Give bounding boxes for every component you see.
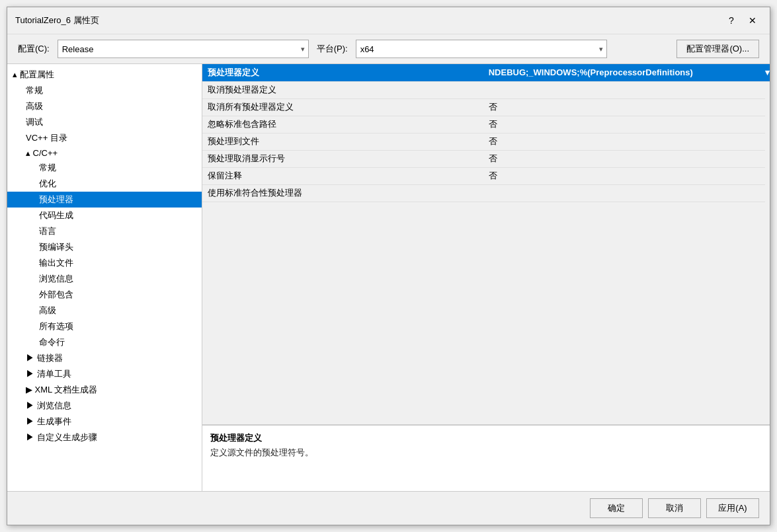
properties-table: 预处理器定义NDEBUG;_WINDOWS;%(PreprocessorDefi…	[202, 64, 770, 202]
table-row[interactable]: 预处理器定义NDEBUG;_WINDOWS;%(PreprocessorDefi…	[202, 64, 770, 81]
tree-container: ▴ 配置属性常规高级调试VC++ 目录▴ C/C++常规优化预处理器代码生成语言…	[7, 67, 202, 445]
tree-item-c-cpp-changgui[interactable]: 常规	[7, 160, 202, 176]
tree-item-c-cpp-yuyan[interactable]: 语言	[7, 223, 202, 239]
dropdown-arrow[interactable]: ▾	[765, 64, 770, 81]
config-label: 配置(C):	[18, 43, 50, 55]
tree-item-c-cpp-mingling[interactable]: 命令行	[7, 334, 202, 350]
tree-item-vc-mulu[interactable]: VC++ 目录	[7, 130, 202, 146]
tree-item-c-cpp-suoyou[interactable]: 所有选项	[7, 319, 202, 334]
ok-button[interactable]: 确定	[590, 498, 643, 518]
tree-item-c-cpp-yuchuliq[interactable]: 预处理器	[7, 192, 202, 208]
tree-item-c-cpp-liulan[interactable]: 浏览信息	[7, 271, 202, 287]
config-manager-button[interactable]: 配置管理器(O)...	[676, 40, 759, 58]
tree-item-c-cpp-gaoji[interactable]: 高级	[7, 303, 202, 319]
prop-name: 预处理取消显示行号	[202, 150, 483, 167]
table-row[interactable]: 预处理到文件否	[202, 133, 770, 150]
toolbar: 配置(C): Release 平台(P): x64 配置管理器(O)...	[7, 34, 770, 63]
prop-name: 预处理到文件	[202, 133, 483, 150]
prop-name: 忽略标准包含路径	[202, 116, 483, 133]
prop-name: 预处理器定义	[202, 64, 483, 81]
table-row[interactable]: 取消所有预处理器定义否	[202, 98, 770, 116]
prop-value: 否	[483, 98, 765, 116]
apply-button[interactable]: 应用(A)	[706, 498, 759, 518]
table-row[interactable]: 使用标准符合性预处理器	[202, 184, 770, 202]
table-row[interactable]: 忽略标准包含路径否	[202, 116, 770, 133]
prop-value: NDEBUG;_WINDOWS;%(PreprocessorDefinition…	[483, 64, 765, 81]
tree-item-c-cpp[interactable]: ▴ C/C++	[7, 146, 202, 160]
desc-title: 预处理器定义	[210, 432, 762, 444]
props-table: 预处理器定义NDEBUG;_WINDOWS;%(PreprocessorDefi…	[202, 64, 770, 425]
tree-item-gao-ji[interactable]: 高级	[7, 98, 202, 114]
prop-value: 否	[483, 116, 765, 133]
prop-name: 保留注释	[202, 167, 483, 184]
prop-name: 取消所有预处理器定义	[202, 98, 483, 116]
table-row[interactable]: 预处理取消显示行号否	[202, 150, 770, 167]
tree-item-c-cpp-yubianyi[interactable]: 预编译头	[7, 239, 202, 255]
title-bar-buttons: ? ✕	[722, 13, 762, 28]
tree-item-shengcheng-shijian[interactable]: ▶ 生成事件	[7, 414, 202, 430]
properties-dialog: TutorialZero_6 属性页 ? ✕ 配置(C): Release 平台…	[7, 7, 770, 525]
footer: 确定 取消 应用(A)	[7, 491, 770, 525]
main-content: ▴ 配置属性常规高级调试VC++ 目录▴ C/C++常规优化预处理器代码生成语言…	[7, 63, 770, 491]
prop-value: 否	[483, 133, 765, 150]
tree-item-pei-zhi-shu-xing[interactable]: ▴ 配置属性	[7, 67, 202, 83]
props-tbody: 预处理器定义NDEBUG;_WINDOWS;%(PreprocessorDefi…	[202, 64, 770, 202]
tree-item-lianjieqi[interactable]: ▶ 链接器	[7, 350, 202, 366]
prop-value	[483, 81, 765, 98]
cancel-button[interactable]: 取消	[648, 498, 701, 518]
config-select-wrapper: Release	[58, 40, 309, 58]
desc-text: 定义源文件的预处理符号。	[210, 447, 762, 459]
dialog-title: TutorialZero_6 属性页	[15, 15, 99, 26]
tree-item-diao-shi[interactable]: 调试	[7, 114, 202, 130]
tree-item-qingdan[interactable]: ▶ 清单工具	[7, 366, 202, 382]
platform-select-wrapper: x64	[356, 40, 607, 58]
tree-item-c-cpp-waibu[interactable]: 外部包含	[7, 287, 202, 303]
title-bar: TutorialZero_6 属性页 ? ✕	[7, 7, 770, 34]
tree-item-c-cpp-shuchuwenjian[interactable]: 输出文件	[7, 255, 202, 271]
description-panel: 预处理器定义 定义源文件的预处理符号。	[202, 425, 770, 491]
prop-name: 取消预处理器定义	[202, 81, 483, 98]
prop-value: 否	[483, 150, 765, 167]
tree-panel: ▴ 配置属性常规高级调试VC++ 目录▴ C/C++常规优化预处理器代码生成语言…	[7, 64, 202, 491]
prop-value: 否	[483, 167, 765, 184]
help-button[interactable]: ?	[722, 13, 741, 28]
properties-panel: 预处理器定义NDEBUG;_WINDOWS;%(PreprocessorDefi…	[202, 64, 770, 491]
table-row[interactable]: 取消预处理器定义	[202, 81, 770, 98]
tree-item-ziding-yi[interactable]: ▶ 自定义生成步骤	[7, 430, 202, 445]
tree-item-liulan-xinxi[interactable]: ▶ 浏览信息	[7, 398, 202, 414]
tree-item-xml-wenjian[interactable]: ▶ XML 文档生成器	[7, 382, 202, 398]
prop-value	[483, 184, 765, 202]
tree-item-chang-gui[interactable]: 常规	[7, 83, 202, 98]
tree-item-c-cpp-youhua[interactable]: 优化	[7, 176, 202, 192]
platform-select[interactable]: x64	[356, 40, 607, 58]
platform-label: 平台(P):	[317, 43, 348, 55]
close-button[interactable]: ✕	[743, 13, 762, 28]
prop-name: 使用标准符合性预处理器	[202, 184, 483, 202]
table-row[interactable]: 保留注释否	[202, 167, 770, 184]
tree-item-c-cpp-daima[interactable]: 代码生成	[7, 208, 202, 223]
config-select[interactable]: Release	[58, 40, 309, 58]
